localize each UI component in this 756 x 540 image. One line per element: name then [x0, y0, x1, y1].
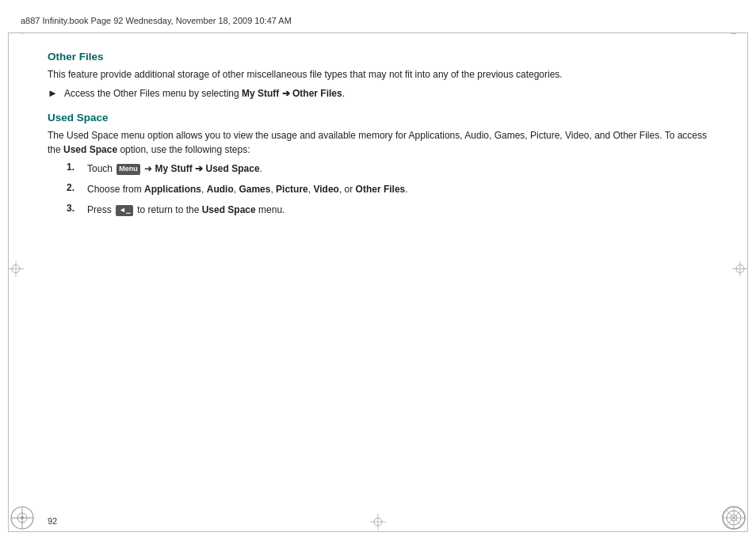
header-text: a887 Infinity.book Page 92 Wednesday, No… — [21, 16, 292, 25]
main-content: Other Files This feature provide additio… — [48, 40, 708, 500]
step-3-text: Press ◄⎯ to return to the Used Space men… — [87, 203, 284, 217]
used-space-heading: Used Space — [48, 112, 708, 124]
menu-key-icon: Menu — [116, 164, 140, 175]
section-other-files: Other Files This feature provide additio… — [48, 51, 708, 101]
steps-list: 1. Touch Menu ➔ My Stuff ➔ Used Space. 2… — [67, 162, 708, 217]
page-header: a887 Infinity.book Page 92 Wednesday, No… — [8, 8, 748, 33]
other-files-bullet-text: Access the Other Files menu by selecting… — [64, 86, 345, 101]
other-files-bullet: ► Access the Other Files menu by selecti… — [48, 86, 708, 101]
step-3-number: 3. — [67, 203, 82, 214]
used-space-body: The Used Space menu option allows you to… — [48, 128, 708, 157]
back-key-icon: ◄⎯ — [116, 205, 133, 216]
step-1-number: 1. — [67, 162, 82, 173]
section-used-space: Used Space The Used Space menu option al… — [48, 112, 708, 217]
other-files-heading: Other Files — [48, 51, 708, 63]
step-2: 2. Choose from Applications, Audio, Game… — [67, 182, 708, 196]
step-1-text: Touch Menu ➔ My Stuff ➔ Used Space. — [87, 162, 262, 176]
step-2-number: 2. — [67, 182, 82, 193]
step-3: 3. Press ◄⎯ to return to the Used Space … — [67, 203, 708, 217]
other-files-body: This feature provide additional storage … — [48, 67, 708, 82]
step-2-text: Choose from Applications, Audio, Games, … — [87, 182, 408, 196]
bullet-arrow-icon: ► — [48, 87, 58, 99]
step-1: 1. Touch Menu ➔ My Stuff ➔ Used Space. — [67, 162, 708, 176]
page-number: 92 — [48, 516, 57, 526]
